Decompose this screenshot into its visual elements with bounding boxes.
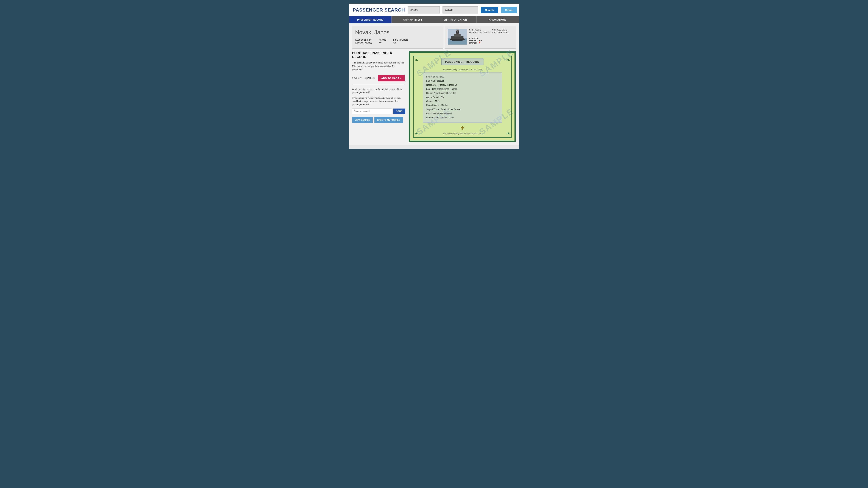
search-firstname-input[interactable] xyxy=(408,6,440,13)
cert-seal-icon: ⚜ xyxy=(416,125,509,131)
purchase-title: PURCHASE PASSENGER RECORD xyxy=(352,52,405,59)
svg-point-9 xyxy=(457,29,459,31)
passenger-id-value: 603300150090 xyxy=(355,42,372,45)
cert-field: Last Name : Novak xyxy=(426,79,498,83)
cert-inner-box: First Name : JanosLast Name : NovakNatio… xyxy=(423,72,502,123)
email-input[interactable] xyxy=(352,109,392,114)
corner-tr-icon: ❧ xyxy=(506,57,510,63)
line-number-value: 30 xyxy=(393,42,396,45)
passenger-main-info: Novak, Janos PASSENGER ID 603300150090 F… xyxy=(352,26,443,49)
digital-offer-description: Please enter your email address below an… xyxy=(352,96,405,106)
cert-footer: ⚜ The Statue of Liberty-Ellis Island Fou… xyxy=(416,125,509,135)
cert-title-row: PASSENGER RECORD xyxy=(416,59,509,67)
arrival-date-value: April 20th, 1899 xyxy=(492,31,508,34)
port-departure-label: PORT OF DEPARTURE xyxy=(469,37,491,41)
section-divider xyxy=(352,85,405,85)
tab-ship-manifest[interactable]: SHIP MANIFEST xyxy=(392,16,434,23)
port-departure-block: PORT OF DEPARTURE Bremen 📍 xyxy=(469,37,491,44)
cert-subtitle: American Family History Center at Ellis … xyxy=(416,69,509,71)
certificate-container: SAMPLE SAMPLE SAMPLE SAMPLE ❧ ❧ ❧ ❧ PASS… xyxy=(409,52,516,142)
port-departure-row: Bremen 📍 xyxy=(469,41,491,44)
svg-rect-11 xyxy=(450,40,465,41)
arrival-date-label: ARRIVAL DATE xyxy=(492,29,513,31)
svg-rect-4 xyxy=(454,34,461,36)
view-sample-button[interactable]: VIEW SAMPLE xyxy=(352,117,373,123)
purchase-price-row: 8 1/2 X 11 $29.00 ADD TO CART > xyxy=(352,75,405,82)
frame-value: 87 xyxy=(379,42,381,45)
refine-button[interactable]: Refine xyxy=(501,7,517,13)
passenger-id-field: PASSENGER ID 603300150090 xyxy=(355,39,372,45)
svg-rect-3 xyxy=(452,36,463,39)
header: PASSENGER SEARCH Search Refine xyxy=(349,4,519,16)
bottom-buttons: VIEW SAMPLE SAVE TO MY PROFILE xyxy=(352,117,405,123)
certificate-border: ❧ ❧ ❧ ❧ PASSENGER RECORD American Family… xyxy=(413,56,512,138)
price-label: $29.00 xyxy=(365,76,375,80)
tab-ship-information[interactable]: SHIP INFORMATION xyxy=(434,16,476,23)
email-row: SEND xyxy=(352,109,405,114)
purchase-left: PURCHASE PASSENGER RECORD This archival-… xyxy=(352,52,405,142)
passenger-name: Novak, Janos xyxy=(355,29,440,36)
main-container: PASSENGER SEARCH Search Refine PASSENGER… xyxy=(349,4,519,149)
cert-field: Port of Departure : Bremen xyxy=(426,112,498,115)
digital-offer-title: Would you like to receive a free digital… xyxy=(352,88,405,94)
purchase-description: This archival-quality certificate commem… xyxy=(352,61,405,71)
add-to-cart-button[interactable]: ADD TO CART > xyxy=(378,75,405,82)
ship-details: SHIP NAME Friedrich der Grosse ARRIVAL D… xyxy=(469,29,513,46)
line-number-label: LINE NUMBER xyxy=(393,39,408,41)
cert-field: Ship of Travel : Friedrich der Grosse xyxy=(426,108,498,111)
tab-passenger-record[interactable]: PASSENGER RECORD xyxy=(349,16,392,23)
location-pin-icon: 📍 xyxy=(478,41,481,44)
ship-name-label: SHIP NAME xyxy=(469,29,491,31)
frame-field: FRAME 87 xyxy=(379,39,386,45)
content-area: Novak, Janos PASSENGER ID 603300150090 F… xyxy=(349,23,519,145)
cert-field: Marital Status : Married xyxy=(426,104,498,107)
cert-field: Gender : Male xyxy=(426,100,498,103)
ship-image xyxy=(448,29,467,45)
cert-field: Date of Arrival : April 20th, 1899 xyxy=(426,92,498,95)
purchase-section: PURCHASE PASSENGER RECORD This archival-… xyxy=(352,52,516,142)
page-title: PASSENGER SEARCH xyxy=(353,7,405,13)
ship-name-value: Friedrich der Grosse xyxy=(469,31,490,34)
send-button[interactable]: SEND xyxy=(393,109,405,114)
corner-tl-icon: ❧ xyxy=(414,57,418,63)
cert-field: Nationality : Hungary, Hungarian xyxy=(426,83,498,87)
passenger-info-row: Novak, Janos PASSENGER ID 603300150090 F… xyxy=(352,26,516,49)
passenger-id-label: PASSENGER ID xyxy=(355,39,372,41)
corner-br-icon: ❧ xyxy=(506,130,510,136)
tab-annotations[interactable]: ANNOTATIONS xyxy=(476,16,519,23)
arrival-date-block: ARRIVAL DATE April 20th, 1899 xyxy=(492,29,513,34)
corner-bl-icon: ❧ xyxy=(414,130,418,136)
ship-info: SHIP NAME Friedrich der Grosse ARRIVAL D… xyxy=(445,26,516,49)
line-number-field: LINE NUMBER 30 xyxy=(393,39,408,45)
frame-label: FRAME xyxy=(379,39,386,41)
cert-title: PASSENGER RECORD xyxy=(441,59,484,65)
cert-field: First Name : Janos xyxy=(426,75,498,79)
cert-field: Age at Arrival : 28y xyxy=(426,96,498,99)
search-button[interactable]: Search xyxy=(481,7,498,13)
search-lastname-input[interactable] xyxy=(442,6,478,13)
passenger-fields: PASSENGER ID 603300150090 FRAME 87 LINE … xyxy=(355,39,440,45)
ship-name-block: SHIP NAME Friedrich der Grosse xyxy=(469,29,491,34)
cert-foundation-text: The Statue of Liberty-Ellis Island Found… xyxy=(443,133,482,134)
port-departure-value: Bremen xyxy=(469,41,477,44)
cert-field: Manifest Line Number : 0030 xyxy=(426,116,498,119)
size-label: 8 1/2 X 11 xyxy=(352,77,363,80)
tabs-nav: PASSENGER RECORD SHIP MANIFEST SHIP INFO… xyxy=(349,16,519,23)
save-to-profile-button[interactable]: SAVE TO MY PROFILE xyxy=(374,117,403,123)
cert-field: Last Place of Residence : Inancs xyxy=(426,87,498,91)
